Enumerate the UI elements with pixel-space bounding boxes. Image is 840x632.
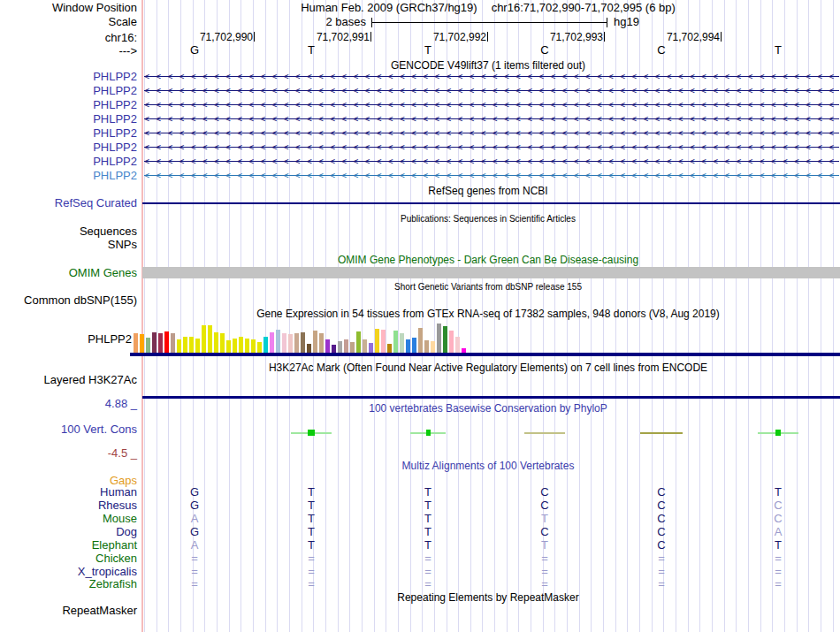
- species-label[interactable]: Dog: [116, 526, 137, 537]
- gtex-tissue-bar[interactable]: [158, 333, 163, 353]
- gtex-tissue-bar[interactable]: [455, 337, 460, 353]
- gtex-tissue-bar[interactable]: [134, 333, 138, 353]
- alignment-base: C: [539, 486, 550, 498]
- layered-h3k27ac-label[interactable]: Layered H3K27Ac: [43, 374, 137, 385]
- repeatmasker-label[interactable]: RepeatMasker: [62, 605, 137, 616]
- gene-label[interactable]: PHLPP2: [93, 85, 137, 96]
- gtex-tissue-bar[interactable]: [270, 332, 274, 353]
- gtex-tissue-bar[interactable]: [177, 339, 181, 353]
- gene-exon-arrow-row[interactable]: <<<<<<<<<<<<<<<<<<<<<<<<<<<<<<<<<<<<<<<<…: [144, 114, 839, 125]
- gene-exon-arrow-row[interactable]: <<<<<<<<<<<<<<<<<<<<<<<<<<<<<<<<<<<<<<<<…: [144, 86, 839, 96]
- gtex-tissue-bar[interactable]: [412, 338, 416, 353]
- gtex-tissue-bar[interactable]: [245, 339, 249, 353]
- strand-direction-label: --->: [118, 45, 137, 57]
- gene-exon-arrow-row[interactable]: <<<<<<<<<<<<<<<<<<<<<<<<<<<<<<<<<<<<<<<<…: [144, 142, 839, 153]
- gtex-tissue-bar[interactable]: [363, 339, 367, 353]
- gtex-tissue-bar[interactable]: [140, 334, 144, 353]
- omim-gene-bar[interactable]: [142, 267, 840, 278]
- gtex-tissue-bar[interactable]: [431, 341, 435, 353]
- gtex-tissue-bar[interactable]: [369, 343, 373, 353]
- gtex-tissue-bar[interactable]: [164, 331, 169, 353]
- alignment-base: T: [306, 526, 317, 537]
- gtex-tissue-bar[interactable]: [208, 325, 212, 353]
- gtex-tissue-bar[interactable]: [171, 333, 175, 353]
- gtex-tissue-bar[interactable]: [387, 344, 392, 353]
- gtex-tissue-bar[interactable]: [152, 332, 157, 353]
- alignment-base: C: [656, 526, 667, 537]
- gene-label[interactable]: PHLPP2: [93, 170, 137, 181]
- gtex-tissue-bar[interactable]: [146, 338, 150, 353]
- gtex-tissue-bar[interactable]: [307, 344, 311, 353]
- gtex-tissue-bar[interactable]: [424, 340, 429, 353]
- species-label[interactable]: Rhesus: [98, 499, 137, 511]
- species-label[interactable]: Chicken: [95, 552, 137, 564]
- species-label[interactable]: Human: [100, 486, 137, 498]
- gtex-tissue-bar[interactable]: [233, 339, 237, 353]
- gtex-tissue-bar[interactable]: [189, 337, 194, 353]
- genome-browser-image: Human Feb. 2009 (GRCh37/hg19)chr16:71,70…: [0, 0, 840, 632]
- gtex-tissue-bar[interactable]: [282, 333, 286, 353]
- omim-genes-label[interactable]: OMIM Genes: [69, 267, 137, 278]
- species-label[interactable]: Mouse: [103, 513, 137, 524]
- gtex-tissue-bar[interactable]: [344, 339, 348, 353]
- gtex-tissue-bar[interactable]: [437, 324, 441, 353]
- snps-track-label[interactable]: SNPs: [108, 239, 137, 250]
- refseq-gene-line[interactable]: [142, 202, 840, 204]
- gtex-tissue-bar[interactable]: [214, 332, 218, 353]
- gtex-tissue-bar[interactable]: [449, 331, 454, 353]
- gtex-tissue-bar[interactable]: [294, 333, 299, 353]
- alignment-base: T: [539, 513, 550, 524]
- gtex-tissue-bar[interactable]: [288, 334, 293, 353]
- common-dbsnp-label[interactable]: Common dbSNP(155): [24, 294, 137, 306]
- gtex-tissue-bar[interactable]: [400, 333, 404, 353]
- gtex-tissue-bar[interactable]: [239, 337, 243, 353]
- gtex-gene-label[interactable]: PHLPP2: [88, 333, 132, 345]
- sequences-track-label[interactable]: Sequences: [80, 225, 137, 237]
- gtex-tissue-bar[interactable]: [313, 331, 317, 353]
- gtex-tissue-bar[interactable]: [381, 330, 386, 353]
- gtex-tissue-bar[interactable]: [202, 325, 206, 353]
- species-label[interactable]: Elephant: [92, 539, 137, 551]
- species-label[interactable]: Zebrafish: [89, 578, 137, 590]
- gene-exon-arrow-row[interactable]: <<<<<<<<<<<<<<<<<<<<<<<<<<<<<<<<<<<<<<<<…: [144, 128, 839, 139]
- gtex-tissue-bar[interactable]: [418, 328, 423, 353]
- gtex-tissue-bar[interactable]: [356, 331, 361, 353]
- gtex-tissue-bar[interactable]: [393, 331, 398, 353]
- gene-label[interactable]: PHLPP2: [93, 99, 137, 110]
- gene-exon-arrow-row[interactable]: <<<<<<<<<<<<<<<<<<<<<<<<<<<<<<<<<<<<<<<<…: [144, 100, 839, 110]
- gtex-tissue-bar[interactable]: [183, 337, 187, 353]
- gtex-tissue-bar[interactable]: [220, 333, 225, 353]
- gtex-tissue-bar[interactable]: [226, 340, 231, 353]
- gtex-tissue-bar[interactable]: [375, 329, 379, 353]
- gtex-tissue-bar[interactable]: [257, 342, 262, 353]
- gtex-tissue-bar[interactable]: [406, 339, 410, 353]
- gene-label[interactable]: PHLPP2: [93, 156, 137, 167]
- alignment-base: T: [423, 486, 433, 498]
- gene-label[interactable]: PHLPP2: [93, 127, 137, 139]
- gtex-tissue-bar[interactable]: [350, 342, 355, 353]
- gtex-tissue-bar[interactable]: [195, 339, 200, 353]
- gene-exon-arrow-row[interactable]: <<<<<<<<<<<<<<<<<<<<<<<<<<<<<<<<<<<<<<<<…: [144, 156, 839, 167]
- gtex-tissue-bar[interactable]: [251, 339, 256, 353]
- gene-exon-arrow-row[interactable]: <<<<<<<<<<<<<<<<<<<<<<<<<<<<<<<<<<<<<<<<…: [144, 171, 839, 181]
- gtex-tissue-bar[interactable]: [325, 339, 330, 353]
- gtex-tissue-bar[interactable]: [338, 341, 342, 353]
- ruler-tick: [370, 32, 371, 42]
- alignment-base: =: [306, 552, 317, 564]
- gene-label[interactable]: PHLPP2: [93, 113, 137, 125]
- gtex-tissue-bar[interactable]: [301, 332, 305, 353]
- gtex-tissue-bar[interactable]: [319, 333, 324, 353]
- gene-label[interactable]: PHLPP2: [93, 71, 137, 82]
- gtex-tissue-bar[interactable]: [443, 326, 447, 353]
- gtex-tissue-bar[interactable]: [332, 345, 336, 353]
- species-label[interactable]: X_tropicalis: [78, 566, 137, 577]
- conservation-track-label[interactable]: 100 Vert. Cons: [61, 423, 137, 435]
- assembly-title: Human Feb. 2009 (GRCh37/hg19): [301, 1, 477, 14]
- alignment-base: C: [539, 526, 550, 537]
- refseq-curated-label[interactable]: RefSeq Curated: [55, 197, 137, 209]
- gtex-tissue-bar[interactable]: [276, 330, 280, 353]
- ruler-tick: [604, 32, 605, 42]
- gene-exon-arrow-row[interactable]: <<<<<<<<<<<<<<<<<<<<<<<<<<<<<<<<<<<<<<<<…: [144, 72, 839, 82]
- gene-label[interactable]: PHLPP2: [93, 141, 137, 153]
- gtex-tissue-bar[interactable]: [263, 337, 268, 353]
